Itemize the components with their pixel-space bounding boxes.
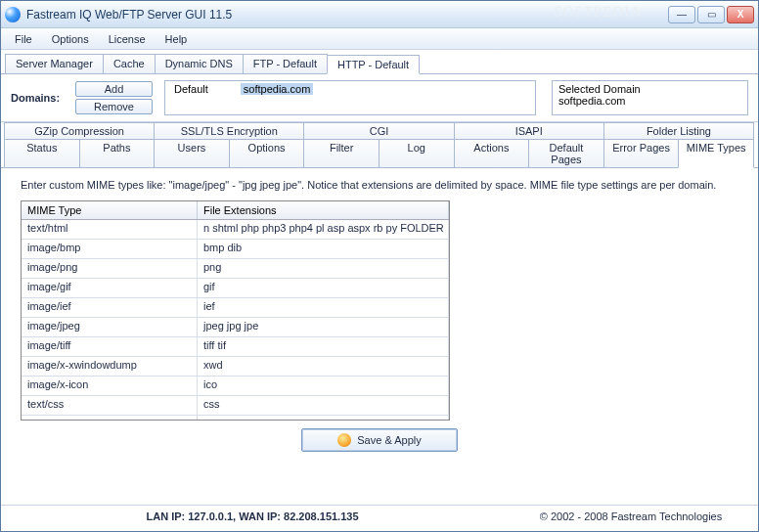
ext-cell[interactable]: ief bbox=[198, 298, 449, 317]
tab-gzip[interactable]: GZip Compression bbox=[4, 122, 155, 140]
table-row[interactable]: text/csscss bbox=[22, 396, 449, 416]
save-apply-icon bbox=[337, 433, 351, 447]
tab-cgi[interactable]: CGI bbox=[303, 122, 454, 140]
ext-cell[interactable]: ico bbox=[198, 377, 449, 395]
table-row[interactable]: image/gifgif bbox=[22, 279, 449, 298]
app-icon bbox=[5, 7, 21, 22]
mime-cell[interactable]: image/bmp bbox=[22, 240, 198, 258]
intro-text: Enter custom MIME types like: "image/jpe… bbox=[21, 178, 738, 193]
tab-options[interactable]: Options bbox=[229, 139, 305, 168]
remove-domain-button[interactable]: Remove bbox=[75, 99, 153, 114]
menu-options[interactable]: Options bbox=[44, 31, 97, 47]
grid-body[interactable]: text/htmln shtml php php3 php4 pl asp as… bbox=[22, 220, 449, 420]
mime-cell[interactable]: image/gif bbox=[22, 279, 198, 297]
save-apply-button[interactable]: Save & Apply bbox=[301, 428, 457, 452]
tab-default-pages[interactable]: Default Pages bbox=[528, 139, 604, 168]
ext-cell[interactable]: tiff tif bbox=[198, 337, 449, 356]
table-row[interactable]: image/x-xwindowdumpxwd bbox=[22, 357, 449, 377]
maximize-button[interactable]: ▭ bbox=[697, 6, 725, 23]
ext-cell[interactable]: bmp dib bbox=[198, 240, 449, 258]
ext-cell[interactable]: jpeg jpg jpe bbox=[198, 318, 449, 336]
tab-folder-listing[interactable]: Folder Listing bbox=[603, 122, 754, 140]
mime-cell[interactable]: text/html bbox=[22, 220, 198, 239]
mime-cell[interactable]: image/x-xwindowdump bbox=[22, 357, 198, 376]
add-domain-button[interactable]: Add bbox=[75, 81, 153, 97]
watermark: SOFTPEDIA bbox=[554, 4, 642, 21]
mime-grid: MIME Type File Extensions text/htmln sht… bbox=[21, 200, 450, 421]
sub-tabs-top: GZip Compression SSL/TLS Encryption CGI … bbox=[5, 122, 754, 140]
tab-ftp-default[interactable]: FTP - Default bbox=[243, 54, 328, 73]
domain-list[interactable]: Default softpedia.com bbox=[164, 80, 536, 115]
ext-cell[interactable]: xwd bbox=[198, 357, 449, 376]
menu-license[interactable]: License bbox=[101, 31, 154, 47]
selected-domain-box: Selected Domain softpedia.com bbox=[552, 80, 748, 115]
tab-filter[interactable]: Filter bbox=[303, 139, 380, 168]
tab-isapi[interactable]: ISAPI bbox=[454, 122, 604, 140]
tab-error-pages[interactable]: Error Pages bbox=[603, 139, 680, 168]
main-tabs: Server Manager Cache Dynamic DNS FTP - D… bbox=[1, 50, 758, 74]
table-row[interactable]: text/plaintxt c cc h asc text bbox=[22, 416, 449, 420]
table-row[interactable]: image/jpegjpeg jpg jpe bbox=[22, 318, 449, 337]
domains-label: Domains: bbox=[11, 92, 69, 104]
mime-cell[interactable]: text/css bbox=[22, 396, 198, 415]
ext-cell[interactable]: gif bbox=[198, 279, 449, 297]
table-row[interactable]: image/bmpbmp dib bbox=[22, 240, 449, 259]
menu-help[interactable]: Help bbox=[157, 31, 196, 47]
domain-item-default[interactable]: Default bbox=[171, 83, 211, 95]
mime-cell[interactable]: text/plain bbox=[22, 416, 198, 420]
sub-tabs-bottom: Status Paths Users Options Filter Log Ac… bbox=[5, 139, 754, 168]
content-pane: Enter custom MIME types like: "image/jpe… bbox=[1, 167, 758, 505]
close-button[interactable]: X bbox=[727, 6, 754, 23]
minimize-button[interactable]: — bbox=[668, 6, 695, 23]
col-file-ext[interactable]: File Extensions bbox=[198, 201, 449, 219]
tab-http-default[interactable]: HTTP - Default bbox=[327, 55, 420, 74]
ext-cell[interactable]: txt c cc h asc text bbox=[198, 416, 449, 420]
ext-cell[interactable]: n shtml php php3 php4 pl asp aspx rb py … bbox=[198, 220, 449, 239]
domain-item-softpedia[interactable]: softpedia.com bbox=[241, 83, 313, 95]
tab-log[interactable]: Log bbox=[379, 139, 455, 168]
menubar: File Options License Help bbox=[1, 28, 758, 50]
selected-domain-value: softpedia.com bbox=[558, 95, 741, 107]
tab-users[interactable]: Users bbox=[154, 139, 230, 168]
mime-cell[interactable]: image/ief bbox=[22, 298, 198, 317]
table-row[interactable]: image/iefief bbox=[22, 298, 449, 318]
mime-cell[interactable]: image/x-icon bbox=[22, 377, 198, 395]
col-mime-type[interactable]: MIME Type bbox=[22, 201, 198, 219]
tab-status[interactable]: Status bbox=[4, 139, 80, 168]
mime-cell[interactable]: image/jpeg bbox=[22, 318, 198, 336]
tab-paths[interactable]: Paths bbox=[79, 139, 156, 168]
tab-cache[interactable]: Cache bbox=[103, 54, 156, 73]
selected-domain-title: Selected Domain bbox=[558, 83, 741, 95]
table-row[interactable]: text/htmln shtml php php3 php4 pl asp as… bbox=[22, 220, 449, 240]
tab-mime-types[interactable]: MIME Types bbox=[678, 139, 754, 168]
tab-dynamic-dns[interactable]: Dynamic DNS bbox=[155, 54, 244, 73]
statusbar: LAN IP: 127.0.0.1, WAN IP: 82.208.151.13… bbox=[1, 505, 758, 531]
mime-cell[interactable]: image/tiff bbox=[22, 337, 198, 356]
tab-ssl[interactable]: SSL/TLS Encryption bbox=[154, 122, 304, 140]
ext-cell[interactable]: png bbox=[198, 259, 449, 278]
table-row[interactable]: image/x-iconico bbox=[22, 377, 449, 396]
mime-cell[interactable]: image/png bbox=[22, 259, 198, 278]
table-row[interactable]: image/tifftiff tif bbox=[22, 337, 449, 357]
status-copyright: © 2002 - 2008 Fastream Technologies bbox=[504, 510, 758, 522]
domain-row: Domains: Add Remove Default softpedia.co… bbox=[1, 74, 758, 122]
menu-file[interactable]: File bbox=[7, 31, 40, 47]
titlebar: Fastream IQ Web/FTP Server GUI 11.5 SOFT… bbox=[1, 1, 758, 28]
tab-actions[interactable]: Actions bbox=[454, 139, 530, 168]
table-row[interactable]: image/pngpng bbox=[22, 259, 449, 279]
save-apply-label: Save & Apply bbox=[357, 434, 421, 446]
status-lan-wan: LAN IP: 127.0.0.1, WAN IP: 82.208.151.13… bbox=[1, 510, 504, 522]
ext-cell[interactable]: css bbox=[198, 396, 449, 415]
tab-server-manager[interactable]: Server Manager bbox=[5, 54, 104, 73]
